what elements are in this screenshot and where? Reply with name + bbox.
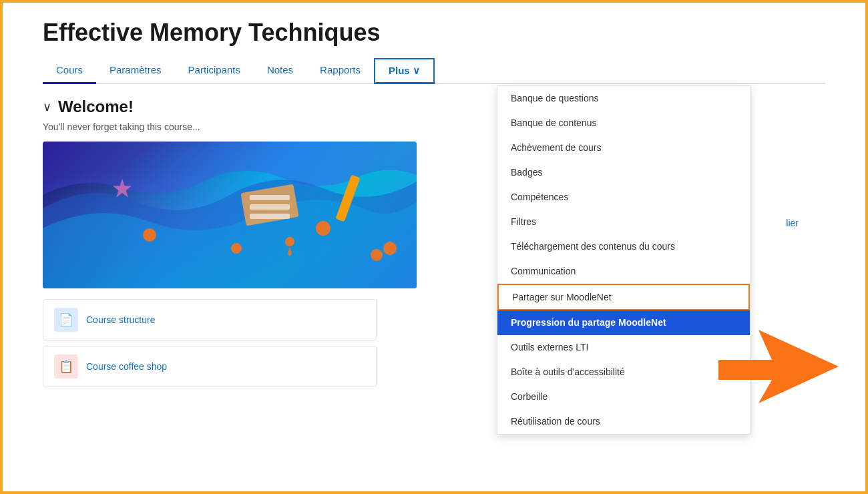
dropdown-item-progression-moodlenet[interactable]: Progression du partage MoodleNet xyxy=(497,310,750,335)
page-wrapper: Effective Memory Techniques Cours Paramè… xyxy=(3,3,865,491)
tab-cours[interactable]: Cours xyxy=(43,57,96,84)
course-coffee-label: Course coffee shop xyxy=(86,361,167,372)
dropdown-item-boite-accessibilite[interactable]: Boîte à outils d'accessibilité xyxy=(497,360,750,385)
svg-rect-6 xyxy=(250,204,290,210)
svg-point-0 xyxy=(143,228,156,242)
page-title: Effective Memory Techniques xyxy=(43,19,825,47)
wave-decoration xyxy=(43,142,417,288)
svg-rect-7 xyxy=(250,214,290,219)
dropdown-item-banque-questions[interactable]: Banque de questions xyxy=(497,86,750,111)
dropdown-item-corbeille[interactable]: Corbeille xyxy=(497,385,750,409)
dropdown-item-filtres[interactable]: Filtres xyxy=(497,210,750,234)
dropdown-item-competences[interactable]: Compétences xyxy=(497,185,750,210)
tab-participants[interactable]: Participants xyxy=(175,57,254,84)
dropdown-item-banque-contenus[interactable]: Banque de contenus xyxy=(497,111,750,136)
course-image xyxy=(43,142,417,288)
dropdown-menu: Banque de questions Banque de contenus A… xyxy=(497,85,750,435)
dropdown-item-achevement[interactable]: Achèvement de cours xyxy=(497,136,750,160)
svg-point-2 xyxy=(316,221,331,236)
right-link[interactable]: lier xyxy=(786,218,799,228)
course-coffee-icon: 📋 xyxy=(54,354,78,379)
tab-rapports[interactable]: Rapports xyxy=(306,57,374,84)
dropdown-item-outils-externes[interactable]: Outils externes LTI xyxy=(497,335,750,360)
tab-notes[interactable]: Notes xyxy=(254,57,306,84)
svg-rect-5 xyxy=(250,195,290,200)
welcome-title: Welcome! xyxy=(58,97,134,116)
svg-point-10 xyxy=(383,242,397,255)
dropdown-item-partager-moodlenet[interactable]: Partager sur MoodleNet xyxy=(497,284,750,310)
course-structure-icon: 📄 xyxy=(54,308,78,332)
dropdown-item-badges[interactable]: Badges xyxy=(497,160,750,185)
dropdown-item-telechargement[interactable]: Téléchargement des contenus du cours xyxy=(497,234,750,259)
svg-point-11 xyxy=(285,237,294,246)
svg-point-3 xyxy=(371,249,383,261)
page-header: Effective Memory Techniques Cours Paramè… xyxy=(3,3,865,84)
dropdown-item-communication[interactable]: Communication xyxy=(497,259,750,284)
tab-plus[interactable]: Plus ∨ xyxy=(374,58,435,84)
list-item-course-structure[interactable]: 📄 Course structure xyxy=(43,299,377,340)
dropdown-item-reutilisation[interactable]: Réutilisation de cours xyxy=(497,409,750,434)
orange-arrow xyxy=(718,330,839,413)
list-item-course-coffee[interactable]: 📋 Course coffee shop xyxy=(43,346,377,387)
course-structure-label: Course structure xyxy=(86,314,155,325)
nav-tabs: Cours Paramètres Participants Notes Rapp… xyxy=(43,57,825,84)
chevron-down-icon: ∨ xyxy=(43,99,51,114)
svg-point-1 xyxy=(231,243,242,254)
tab-parametres[interactable]: Paramètres xyxy=(96,57,175,84)
svg-marker-12 xyxy=(718,330,839,403)
